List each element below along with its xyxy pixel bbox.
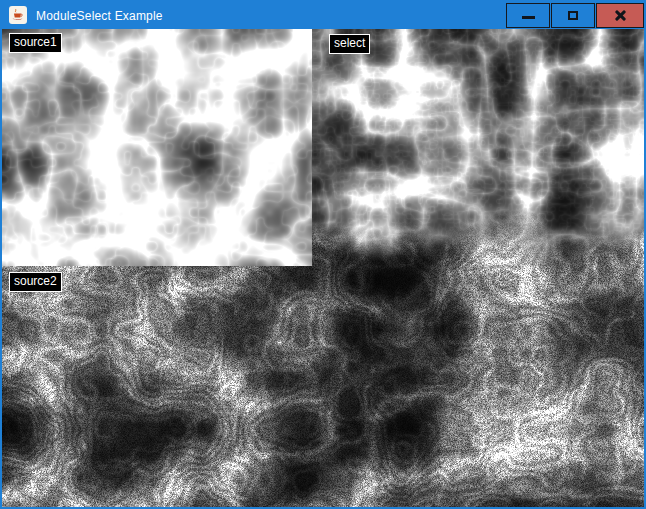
close-button[interactable] bbox=[596, 3, 644, 28]
window-controls bbox=[506, 3, 644, 28]
close-icon bbox=[614, 9, 627, 22]
app-window: ModuleSelect Example source1 select sour… bbox=[0, 0, 646, 509]
titlebar[interactable]: ModuleSelect Example bbox=[2, 2, 644, 29]
minimize-button[interactable] bbox=[506, 3, 550, 28]
source2-label: source2 bbox=[9, 272, 62, 292]
maximize-icon bbox=[568, 11, 578, 20]
window-title: ModuleSelect Example bbox=[36, 9, 163, 23]
source1-image bbox=[2, 29, 312, 266]
client-area: source1 select source2 bbox=[2, 29, 644, 507]
java-coffee-cup-icon bbox=[11, 8, 25, 22]
source2-image bbox=[2, 266, 644, 507]
java-app-icon bbox=[9, 6, 27, 24]
select-label: select bbox=[329, 34, 370, 54]
source1-label: source1 bbox=[9, 33, 62, 53]
minimize-icon bbox=[522, 16, 535, 19]
maximize-button[interactable] bbox=[551, 3, 595, 28]
